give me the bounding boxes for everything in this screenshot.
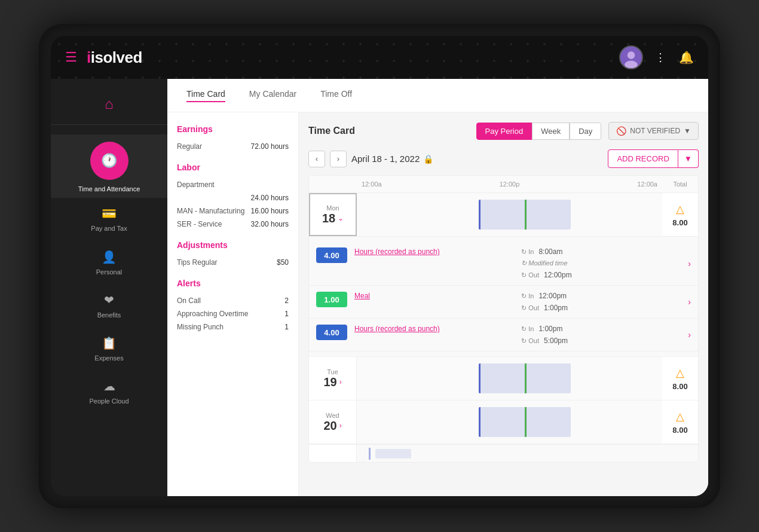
out-icon-3: ↻ Out — [521, 337, 539, 345]
notification-bell-icon[interactable]: 🔔 — [679, 50, 694, 65]
time-label-end: 12:00a — [637, 181, 657, 188]
add-record-dropdown-button[interactable]: ▼ — [678, 149, 699, 168]
punch-badge-1: 4.00 — [316, 247, 347, 263]
day-row-next-partial — [309, 444, 698, 462]
home-icon[interactable]: ⌂ — [105, 96, 114, 112]
period-selector: Pay Period Week Day — [476, 123, 602, 140]
labor-man-value: 16.00 hours — [251, 207, 289, 215]
in-icon-meal: ↻ In — [521, 292, 534, 300]
right-panel: Time Card Pay Period Week Day 🚫 NOT VERI… — [299, 112, 708, 496]
people-cloud-icon: ☁ — [103, 379, 115, 393]
punch-row-1: 4.00 Hours (recorded as punch) ↻ In 8:00… — [309, 241, 698, 286]
earnings-section-title: Earnings — [177, 124, 289, 134]
not-verified-icon: 🚫 — [616, 126, 626, 136]
sidebar-item-expenses[interactable]: 📋 Expenses — [51, 328, 167, 371]
day-cell-tuesday[interactable]: Tue 19 › — [309, 357, 357, 400]
labor-ser-value: 32.00 hours — [251, 220, 289, 228]
not-verified-button[interactable]: 🚫 NOT VERIFIED ▼ — [608, 122, 699, 140]
alerts-section-title: Alerts — [177, 279, 289, 288]
sidebar-item-label-time-attendance: Time and Attendance — [78, 185, 140, 193]
wednesday-warning: △ 8.00 — [662, 400, 698, 444]
wednesday-timeline — [357, 400, 662, 444]
labor-man-row: MAN - Manufacturing 16.00 hours — [177, 204, 289, 218]
monday-warning: △ 8.00 — [662, 193, 698, 236]
day-cell-wednesday[interactable]: Wed 20 › — [309, 400, 357, 444]
time-grid: 12:00a 12:00p 12:00a Total Mo — [308, 175, 699, 463]
labor-department-row: Department — [177, 178, 289, 191]
add-record-button[interactable]: ADD RECORD — [608, 149, 678, 168]
alert-overtime-row: Approaching Overtime 1 — [177, 307, 289, 320]
not-verified-chevron: ▼ — [684, 127, 691, 135]
alert-overtime-value: 1 — [284, 310, 289, 318]
adjustments-tips-label: Tips Regular — [177, 258, 218, 267]
alert-oncall-value: 2 — [284, 296, 289, 305]
tuesday-chevron[interactable]: › — [339, 378, 342, 386]
in-time-meal: 12:00pm — [538, 292, 567, 300]
sidebar-item-personal[interactable]: 👤 Personal — [51, 241, 167, 285]
hamburger-icon[interactable]: ☰ — [65, 50, 77, 65]
alert-missing-punch-label: Missing Punch — [177, 323, 224, 331]
punch-row-3: 4.00 Hours (recorded as punch) ↻ In 1:00… — [309, 319, 698, 351]
not-verified-label: NOT VERIFIED — [630, 127, 680, 135]
sidebar-item-time-attendance[interactable]: 🕐 Time and Attendance — [51, 134, 167, 198]
labor-department-label: Department — [177, 181, 215, 189]
tab-time-card[interactable]: Time Card — [186, 89, 225, 102]
wednesday-number: 20 — [323, 419, 336, 433]
add-record-group: ADD RECORD ▼ — [608, 149, 699, 168]
punch-type-meal[interactable]: Meal — [354, 292, 521, 300]
sidebar-item-people-cloud[interactable]: ☁ People Cloud — [51, 371, 167, 414]
modified-label-1: ↻ Modified time — [521, 259, 567, 267]
sidebar-item-label-benefits: Benefits — [97, 311, 121, 319]
sidebar-item-benefits[interactable]: ❤ Benefits — [51, 285, 167, 328]
punch-expand-meal[interactable]: › — [688, 297, 691, 307]
tuesday-total: 8.00 — [672, 382, 687, 391]
punch-times-1: ↻ In 8:00am ↻ Modified time ↻ Out — [521, 247, 688, 279]
adjustments-section-title: Adjustments — [177, 240, 289, 250]
lock-icon: 🔒 — [423, 154, 433, 164]
punch-times-3: ↻ In 1:00pm ↻ Out 5:00pm — [521, 325, 688, 345]
sidebar-item-label-pay-tax: Pay and Tax — [91, 224, 127, 233]
labor-man-label: MAN - Manufacturing — [177, 207, 244, 215]
sidebar-item-label-expenses: Expenses — [94, 354, 123, 362]
day-button[interactable]: Day — [570, 123, 601, 140]
punch-expand-3[interactable]: › — [688, 330, 691, 340]
alert-missing-punch-row: Missing Punch 1 — [177, 320, 289, 334]
monday-number: 18 — [322, 212, 335, 225]
tab-my-calendar[interactable]: My Calendar — [249, 89, 296, 102]
prev-period-button[interactable]: ‹ — [308, 151, 325, 167]
avatar[interactable] — [619, 45, 643, 69]
sidebar-item-pay-tax[interactable]: 💳 Pay and Tax — [51, 198, 167, 241]
more-options-icon[interactable]: ⋮ — [655, 51, 667, 64]
punch-type-1[interactable]: Hours (recorded as punch) — [354, 247, 521, 256]
adjustments-tips-row: Tips Regular $50 — [177, 256, 289, 269]
out-time-meal: 1:00pm — [544, 304, 568, 312]
tab-time-off[interactable]: Time Off — [320, 89, 352, 102]
monday-timeline — [357, 193, 662, 236]
pay-period-button[interactable]: Pay Period — [476, 123, 532, 140]
pay-tax-icon: 💳 — [102, 206, 117, 221]
sidebar-home[interactable]: ⌂ — [51, 88, 167, 125]
punch-badge-3: 4.00 — [316, 325, 347, 340]
punch-expand-1[interactable]: › — [688, 259, 691, 268]
next-period-button[interactable]: › — [330, 151, 347, 167]
total-column-header: Total — [662, 181, 698, 188]
in-icon-1: ↻ In — [521, 248, 534, 256]
week-button[interactable]: Week — [532, 123, 570, 140]
time-label-mid: 12:00p — [500, 181, 520, 188]
personal-icon: 👤 — [102, 250, 117, 264]
wednesday-chevron[interactable]: › — [339, 421, 342, 430]
tuesday-label: Tue — [327, 368, 338, 375]
day-cell-monday[interactable]: Mon 18 ⌄ — [309, 193, 357, 236]
alert-overtime-label: Approaching Overtime — [177, 310, 248, 318]
monday-label: Mon — [326, 204, 339, 212]
left-panel: Earnings Regular 72.00 hours Labor Depar… — [167, 112, 299, 496]
in-icon-3: ↻ In — [521, 325, 534, 333]
in-time-1: 8:00am — [538, 247, 562, 256]
alert-oncall-label: On Call — [177, 296, 201, 305]
monday-chevron[interactable]: ⌄ — [338, 214, 344, 222]
punch-type-3[interactable]: Hours (recorded as punch) — [354, 325, 521, 333]
warning-icon-wednesday: △ — [676, 410, 684, 423]
in-time-3: 1:00pm — [538, 325, 562, 333]
labor-dept-hours-value: 24.00 hours — [251, 194, 289, 202]
punch-badge-meal: 1.00 — [316, 292, 347, 307]
